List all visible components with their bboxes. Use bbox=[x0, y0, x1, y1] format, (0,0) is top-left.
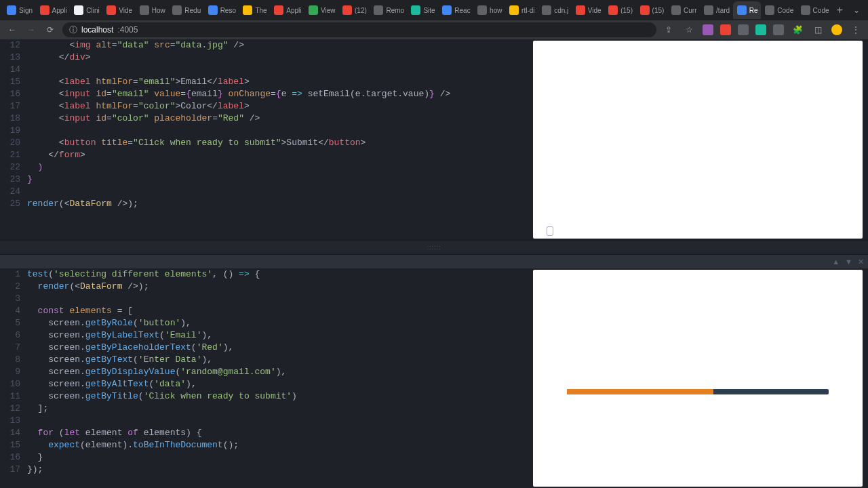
code-line[interactable]: 16 } bbox=[0, 451, 532, 464]
browser-tab[interactable]: Code bbox=[797, 1, 832, 19]
browser-tab[interactable]: Reac bbox=[438, 1, 473, 19]
code-line[interactable]: 7 screen.getByPlaceholderText('Red'), bbox=[0, 342, 532, 354]
browser-tab[interactable]: Site bbox=[407, 1, 438, 19]
code-line[interactable]: 10 screen.getByAltText('data'), bbox=[0, 378, 532, 390]
code-content[interactable]: screen.getByText('Enter Data'), bbox=[27, 354, 532, 366]
code-line[interactable]: 9 screen.getByDisplayValue('random@gmail… bbox=[0, 366, 532, 378]
code-line[interactable]: 12 ]; bbox=[0, 403, 532, 415]
kebab-menu-icon[interactable]: ⋮ bbox=[849, 23, 863, 37]
code-line[interactable]: 2 render(<DataForm />); bbox=[0, 281, 532, 293]
browser-tab[interactable]: Reso bbox=[204, 1, 239, 19]
extension-icon[interactable] bbox=[703, 24, 713, 35]
browser-tab[interactable]: (15) bbox=[636, 1, 667, 19]
code-line[interactable]: 11 screen.getByTitle('Click when ready t… bbox=[0, 390, 532, 403]
code-editor-top[interactable]: 12 <img alt="data" src="data.jpg" />13 <… bbox=[0, 39, 532, 240]
code-line[interactable]: 18 <input id="color" placeholder="Red" /… bbox=[0, 113, 532, 125]
code-line[interactable]: 13 </div> bbox=[0, 52, 532, 64]
browser-tab[interactable]: (15) bbox=[604, 1, 635, 19]
extension-icon[interactable] bbox=[773, 24, 784, 35]
code-content[interactable]: } bbox=[27, 451, 532, 464]
code-line[interactable]: 4 const elements = [ bbox=[0, 305, 532, 317]
code-content[interactable]: <button title="Click when ready to submi… bbox=[27, 137, 532, 149]
code-content[interactable]: screen.getByDisplayValue('random@gmail.c… bbox=[27, 366, 532, 378]
code-line[interactable]: 24 bbox=[0, 186, 532, 198]
browser-tab[interactable]: /tard bbox=[700, 1, 733, 19]
code-line[interactable]: 14 bbox=[0, 64, 532, 76]
code-line[interactable]: 21 </form> bbox=[0, 149, 532, 161]
code-content[interactable]: screen.getByRole('button'), bbox=[27, 317, 532, 329]
new-tab-button[interactable]: + bbox=[832, 2, 848, 18]
browser-tab[interactable]: cdn.j bbox=[538, 1, 572, 19]
browser-tab[interactable]: Curr bbox=[667, 1, 700, 19]
code-line[interactable]: 8 screen.getByText('Enter Data'), bbox=[0, 354, 532, 366]
code-line[interactable]: 17}); bbox=[0, 464, 532, 476]
code-content[interactable]: <img alt="data" src="data.jpg" /> bbox=[27, 39, 532, 52]
code-content[interactable]: render(<DataForm />); bbox=[27, 198, 532, 210]
code-content[interactable]: test('selecting different elements', () … bbox=[27, 268, 532, 281]
browser-tab[interactable]: Re bbox=[733, 1, 762, 19]
code-line[interactable]: 12 <img alt="data" src="data.jpg" /> bbox=[0, 39, 532, 52]
code-content[interactable]: expect(element).toBeInTheDocument(); bbox=[27, 439, 532, 451]
code-line[interactable]: 22 ) bbox=[0, 161, 532, 174]
code-line[interactable]: 25render(<DataForm />); bbox=[0, 198, 532, 210]
reload-button[interactable]: ⟳ bbox=[43, 23, 57, 37]
code-content[interactable]: <input id="email" value={email} onChange… bbox=[27, 88, 532, 100]
code-line[interactable]: 23} bbox=[0, 174, 532, 186]
code-line[interactable]: 14 for (let element of elements) { bbox=[0, 427, 532, 439]
code-line[interactable]: 6 screen.getByLabelText('Email'), bbox=[0, 329, 532, 342]
browser-tab[interactable]: (12) bbox=[338, 1, 370, 19]
code-content[interactable]: }); bbox=[27, 464, 532, 476]
address-bar[interactable]: ⓘ localhost:4005 bbox=[62, 22, 656, 37]
browser-tab[interactable]: Redu bbox=[168, 1, 203, 19]
code-content[interactable] bbox=[27, 125, 532, 137]
horizontal-splitter[interactable]: :::::: bbox=[0, 240, 868, 255]
code-line[interactable]: 1test('selecting different elements', ()… bbox=[0, 268, 532, 281]
code-content[interactable]: screen.getByAltText('data'), bbox=[27, 378, 532, 390]
panel-down-button[interactable]: ▼ bbox=[845, 258, 852, 266]
site-info-icon[interactable]: ⓘ bbox=[69, 24, 77, 36]
code-line[interactable]: 19 bbox=[0, 125, 532, 137]
side-panel-icon[interactable]: ◫ bbox=[811, 23, 825, 37]
code-content[interactable]: </form> bbox=[27, 149, 532, 161]
browser-tab[interactable]: Appli bbox=[270, 1, 304, 19]
code-line[interactable]: 5 screen.getByRole('button'), bbox=[0, 317, 532, 329]
code-line[interactable]: 15 <label htmlFor="email">Email</label> bbox=[0, 76, 532, 88]
code-content[interactable]: screen.getByTitle('Click when ready to s… bbox=[27, 390, 532, 403]
bookmark-icon[interactable]: ☆ bbox=[682, 23, 696, 37]
code-content[interactable]: <label htmlFor="email">Email</label> bbox=[27, 76, 532, 88]
extension-icon[interactable] bbox=[738, 24, 749, 35]
browser-tab[interactable]: How bbox=[136, 1, 169, 19]
code-content[interactable]: const elements = [ bbox=[27, 305, 532, 317]
browser-tab[interactable]: rtl-di bbox=[505, 1, 538, 19]
profile-avatar[interactable] bbox=[831, 24, 842, 35]
browser-tab[interactable]: Sign bbox=[3, 1, 36, 19]
code-line[interactable]: 17 <label htmlFor="color">Color</label> bbox=[0, 100, 532, 113]
code-content[interactable]: } bbox=[27, 174, 532, 186]
browser-tab[interactable]: Clini bbox=[70, 1, 102, 19]
code-line[interactable]: 3 bbox=[0, 293, 532, 305]
browser-tab[interactable]: Vide bbox=[102, 1, 135, 19]
extensions-menu-icon[interactable]: 🧩 bbox=[791, 23, 804, 37]
code-content[interactable]: <input id="color" placeholder="Red" /> bbox=[27, 113, 532, 125]
tab-overflow-chevron-icon[interactable]: ⌄ bbox=[848, 5, 865, 15]
extension-icon[interactable] bbox=[720, 24, 731, 35]
extension-icon[interactable] bbox=[755, 24, 766, 35]
code-content[interactable]: render(<DataForm />); bbox=[27, 281, 532, 293]
panel-close-button[interactable]: ✕ bbox=[858, 258, 864, 266]
code-line[interactable]: 16 <input id="email" value={email} onCha… bbox=[0, 88, 532, 100]
code-content[interactable]: <label htmlFor="color">Color</label> bbox=[27, 100, 532, 113]
browser-tab[interactable]: Code bbox=[761, 1, 796, 19]
browser-tab[interactable]: Appli bbox=[36, 1, 71, 19]
code-content[interactable]: ]; bbox=[27, 403, 532, 415]
code-content[interactable]: screen.getByPlaceholderText('Red'), bbox=[27, 342, 532, 354]
code-content[interactable] bbox=[27, 186, 532, 198]
code-line[interactable]: 20 <button title="Click when ready to su… bbox=[0, 137, 532, 149]
code-editor-bottom[interactable]: 1test('selecting different elements', ()… bbox=[0, 268, 532, 488]
browser-tab[interactable]: Remo bbox=[370, 1, 407, 19]
share-icon[interactable]: ⇪ bbox=[662, 23, 675, 37]
code-content[interactable] bbox=[27, 415, 532, 427]
code-content[interactable]: screen.getByLabelText('Email'), bbox=[27, 329, 532, 342]
browser-tab[interactable]: how bbox=[473, 1, 505, 19]
forward-button[interactable]: → bbox=[24, 23, 38, 37]
browser-tab[interactable]: View bbox=[304, 1, 338, 19]
